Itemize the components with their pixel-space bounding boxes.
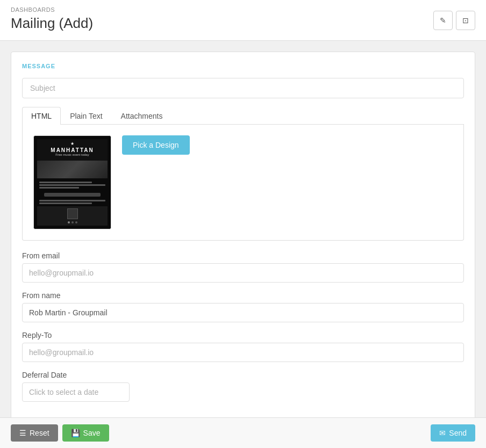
tabs-nav: HTML Plain Text Attachments (22, 107, 464, 125)
page-title: Mailing (Add) (11, 15, 475, 32)
deferral-date-input[interactable]: Click to select a date (22, 382, 130, 402)
reset-button[interactable]: ☰ Reset (11, 424, 58, 442)
template-line-2 (39, 184, 105, 186)
template-line-4 (39, 200, 105, 201)
view-icon-button[interactable]: ⊡ (456, 11, 475, 30)
deferral-date-group: Deferral Date Click to select a date (22, 371, 464, 402)
edit-icon-button[interactable]: ✎ (433, 11, 453, 30)
from-name-label: From name (22, 291, 464, 300)
template-qr-code (67, 208, 78, 219)
breadcrumb: DASHBOARDS (11, 6, 475, 13)
from-name-input[interactable] (22, 303, 464, 322)
template-cta-btn (44, 193, 101, 197)
pencil-icon: ✎ (440, 16, 446, 25)
save-icon: 💾 (71, 429, 80, 437)
template-text-area-2 (37, 199, 108, 206)
template-header: ★ MANHATTAN Free music event today (37, 139, 108, 161)
template-dots (39, 221, 105, 223)
send-button[interactable]: ✉ Send (431, 424, 475, 442)
subject-input[interactable] (22, 78, 464, 98)
send-label: Send (449, 429, 467, 437)
design-picker-area: ★ MANHATTAN Free music event today (33, 135, 453, 229)
from-email-input[interactable] (22, 263, 464, 283)
template-line-3 (39, 187, 79, 189)
from-name-group: From name (22, 291, 464, 322)
template-dot-1 (68, 221, 70, 223)
tab-attachments[interactable]: Attachments (112, 107, 172, 125)
template-dot-3 (75, 221, 77, 223)
tab-html[interactable]: HTML (22, 107, 61, 125)
send-icon: ✉ (439, 429, 446, 437)
message-section: MESSAGE HTML Plain Text Attachments ★ (11, 52, 475, 422)
template-text-area (37, 180, 108, 191)
reply-to-group: Reply-To (22, 331, 464, 362)
eye-icon: ⊡ (462, 16, 469, 25)
deferral-date-label: Deferral Date (22, 371, 464, 379)
left-buttons: ☰ Reset 💾 Save (11, 424, 109, 442)
reset-label: Reset (30, 429, 49, 437)
bottom-bar: ☰ Reset 💾 Save ✉ Send (0, 417, 486, 448)
template-image (37, 161, 108, 178)
reply-to-label: Reply-To (22, 331, 464, 339)
save-button[interactable]: 💾 Save (62, 424, 109, 442)
template-preview-inner: ★ MANHATTAN Free music event today (34, 136, 111, 229)
reset-icon: ☰ (19, 429, 26, 437)
save-label: Save (83, 429, 101, 437)
section-label: MESSAGE (22, 63, 464, 69)
template-line-1 (39, 182, 92, 183)
template-bottom (37, 206, 108, 226)
reply-to-input[interactable] (22, 343, 464, 362)
main-content: MESSAGE HTML Plain Text Attachments ★ (0, 41, 486, 432)
from-email-label: From email (22, 251, 464, 260)
tab-plain-text[interactable]: Plain Text (61, 107, 111, 125)
template-star: ★ (39, 141, 105, 146)
pick-design-button[interactable]: Pick a Design (122, 135, 190, 155)
template-title: MANHATTAN (39, 147, 105, 153)
template-subtitle: Free music event today (39, 153, 105, 156)
from-email-group: From email (22, 251, 464, 283)
header-actions: ✎ ⊡ (433, 11, 475, 30)
tab-content-html: ★ MANHATTAN Free music event today (22, 125, 464, 241)
template-preview: ★ MANHATTAN Free music event today (33, 135, 111, 229)
template-image-inner (37, 161, 108, 178)
template-dot-2 (72, 221, 74, 223)
template-line-5 (39, 203, 92, 204)
